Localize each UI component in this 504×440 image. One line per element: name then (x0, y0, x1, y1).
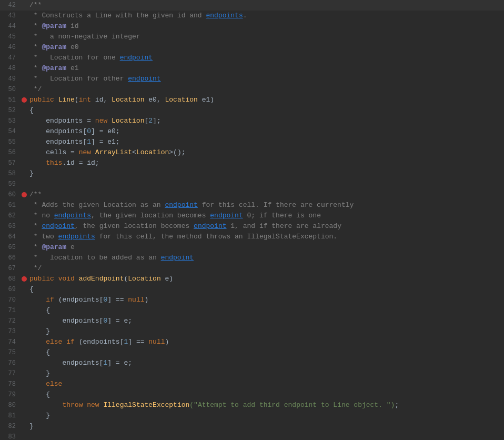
code-token: 0; if there is one (243, 212, 321, 219)
line-number: 61 (0, 200, 21, 211)
code-token: */ (29, 264, 42, 272)
line-number: 62 (0, 211, 21, 221)
code-line: 59 (0, 179, 504, 189)
code-line: 52{ (0, 105, 504, 116)
code-token: * Location for one (29, 54, 120, 62)
code-token: ] == (128, 338, 148, 346)
code-token (29, 401, 62, 409)
code-token: else (46, 338, 62, 346)
code-token: endpoint (42, 222, 74, 230)
code-token: void (58, 275, 75, 283)
code-token: >(); (169, 148, 185, 156)
breakpoint-area[interactable] (21, 95, 27, 105)
code-token (29, 296, 46, 304)
code-token: new (79, 148, 91, 156)
code-token: public (29, 96, 54, 104)
code-token: ] = e; (107, 317, 132, 325)
code-line: 62 * no endpoints, the given location be… (0, 211, 504, 221)
code-token: } (29, 327, 50, 335)
line-number: 57 (0, 158, 21, 168)
code-token: Location (165, 96, 198, 104)
line-number: 54 (0, 126, 21, 137)
code-token: for this cell. If there are currently (198, 201, 354, 209)
code-line: 55 endpoints[1] = e1; (0, 137, 504, 147)
code-token: id (66, 22, 78, 30)
code-token: . (243, 12, 247, 19)
code-content: * location to be added as an endpoint (27, 253, 504, 263)
line-number: 73 (0, 326, 21, 337)
code-token: } (29, 169, 34, 177)
code-token: else (46, 380, 62, 388)
line-number: 83 (0, 432, 21, 440)
code-line: 45 * a non-negative integer (0, 32, 504, 42)
code-line: 63 * endpoint, the given location become… (0, 221, 504, 232)
code-content: * no endpoints, the given location becom… (27, 211, 504, 221)
code-content: * Adds the given Location as an endpoint… (27, 200, 504, 211)
code-content: if (endpoints[0] == null) (27, 295, 504, 305)
breakpoint-dot[interactable] (22, 192, 27, 197)
line-number: 70 (0, 295, 21, 305)
breakpoint-dot[interactable] (22, 97, 27, 103)
code-token: } (29, 369, 50, 377)
code-token: @param (42, 43, 66, 51)
code-token: 1, and if there are already (227, 222, 341, 230)
code-line: 42/** (0, 0, 504, 11)
code-content: * @param e1 (27, 63, 504, 74)
code-content: * two endpoints for this cell, the metho… (27, 232, 504, 242)
code-content: } (27, 421, 504, 432)
code-token: id, (91, 96, 112, 104)
line-number: 68 (0, 274, 21, 284)
line-number: 42 (0, 0, 21, 11)
code-content: else if (endpoints[1] == null) (27, 337, 504, 347)
code-content: } (27, 326, 504, 337)
code-line: 74 else if (endpoints[1] == null) (0, 337, 504, 347)
code-token: ] = e1; (91, 138, 120, 146)
code-token: /** (29, 1, 42, 9)
code-token: if (46, 296, 54, 304)
code-token: { (29, 106, 34, 114)
line-number: 60 (0, 189, 21, 200)
code-token: endpoints = (29, 117, 95, 125)
code-content: endpoints[1] = e1; (27, 137, 504, 147)
line-number: 58 (0, 168, 21, 179)
code-line: 44 * @param id (0, 21, 504, 32)
code-line: 80 throw new IllegalStateException("Atte… (0, 400, 504, 411)
breakpoint-area[interactable] (21, 189, 27, 200)
code-line: 50 */ (0, 84, 504, 95)
line-number: 82 (0, 421, 21, 432)
line-number: 64 (0, 232, 21, 242)
code-line: 73 } (0, 326, 504, 337)
code-line: 70 if (endpoints[0] == null) (0, 295, 504, 305)
code-token: ] = e; (107, 359, 132, 367)
code-line: 60/** (0, 189, 504, 200)
code-token: * Constructs a Line with the given id an… (29, 12, 206, 19)
code-line: 68public void addEndpoint(Location e) (0, 274, 504, 284)
code-token: endpoint (194, 222, 226, 230)
line-number: 56 (0, 147, 21, 158)
code-line: 79 { (0, 389, 504, 400)
code-token: 0 (87, 127, 91, 135)
line-number: 78 (0, 379, 21, 389)
breakpoint-area[interactable] (21, 274, 27, 284)
code-token: (endpoints[ (54, 296, 104, 304)
code-token: @param (42, 64, 66, 72)
code-content: * @param e (27, 242, 504, 253)
code-content: */ (27, 84, 504, 95)
code-token: e) (161, 275, 173, 283)
code-token: cells = (29, 148, 79, 156)
line-number: 72 (0, 316, 21, 326)
line-number: 77 (0, 368, 21, 379)
code-token: if (66, 338, 75, 346)
code-token: public (29, 275, 54, 283)
line-number: 76 (0, 358, 21, 368)
code-token: this (29, 159, 62, 167)
code-content: { (27, 105, 504, 116)
code-token (107, 117, 112, 125)
code-token: } (29, 412, 50, 419)
code-content: cells = new ArrayList<Location>(); (27, 147, 504, 158)
code-content: * @param id (27, 21, 504, 32)
code-content: /** (27, 189, 504, 200)
breakpoint-dot[interactable] (22, 276, 27, 282)
code-line: 47 * Location for one endpoint (0, 53, 504, 63)
code-token (29, 338, 46, 346)
